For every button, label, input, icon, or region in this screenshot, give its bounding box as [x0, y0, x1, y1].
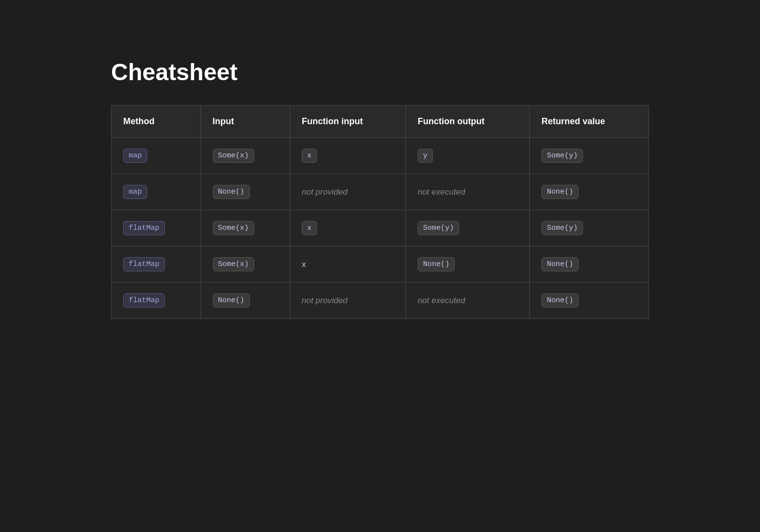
input-badge: None(): [213, 185, 250, 199]
returned-badge: None(): [541, 257, 579, 271]
cell-input: Some(x): [201, 210, 290, 246]
cell-function-output: None(): [405, 246, 529, 283]
method-badge: flatMap: [123, 257, 165, 271]
table-row: map Some(x) x y Some(y): [112, 138, 649, 174]
cell-function-output: Some(y): [405, 210, 529, 246]
cell-function-input: x: [290, 210, 406, 246]
page-title: Cheatsheet: [111, 59, 649, 86]
col-returned-value: Returned value: [530, 106, 649, 138]
input-badge: Some(x): [213, 221, 254, 235]
func-output-badge: y: [418, 149, 433, 163]
func-output-text: not executed: [418, 187, 465, 197]
cell-returned-value: None(): [530, 283, 649, 319]
returned-badge: None(): [541, 293, 579, 308]
func-input-badge: x: [302, 149, 317, 163]
returned-badge: Some(y): [541, 149, 583, 163]
table-header: Method Input Function input Function out…: [112, 106, 649, 138]
cell-function-output: not executed: [405, 174, 529, 210]
func-output-badge: Some(y): [418, 221, 459, 235]
page-container: Cheatsheet Method Input Function input F…: [111, 0, 649, 358]
cell-function-output: not executed: [405, 283, 529, 319]
func-input-badge: x: [302, 221, 317, 235]
table-row: flatMap Some(x) x Some(y) Some(y): [112, 210, 649, 246]
cell-input: Some(x): [201, 246, 290, 283]
cell-returned-value: Some(y): [530, 210, 649, 246]
cell-function-output: y: [405, 138, 529, 174]
cell-method: flatMap: [112, 283, 201, 319]
col-function-input: Function input: [290, 106, 406, 138]
input-badge: Some(x): [213, 257, 254, 271]
table-row: map None() not provided not executed Non…: [112, 174, 649, 210]
header-row: Method Input Function input Function out…: [112, 106, 649, 138]
cell-returned-value: Some(y): [530, 138, 649, 174]
func-input-text: not provided: [302, 296, 348, 305]
cell-input: None(): [201, 174, 290, 210]
cell-returned-value: None(): [530, 174, 649, 210]
cell-returned-value: None(): [530, 246, 649, 283]
returned-badge: None(): [541, 185, 579, 199]
input-badge: None(): [213, 293, 250, 308]
cell-input: Some(x): [201, 138, 290, 174]
method-badge: flatMap: [123, 221, 165, 235]
col-method: Method: [112, 106, 201, 138]
func-output-badge: None(): [418, 257, 455, 271]
cheatsheet-table: Method Input Function input Function out…: [111, 105, 649, 319]
table-row: flatMap Some(x) x None() None(): [112, 246, 649, 283]
cell-method: map: [112, 174, 201, 210]
cell-function-input: x: [290, 138, 406, 174]
func-input-text: not provided: [302, 187, 348, 197]
col-input: Input: [201, 106, 290, 138]
cell-method: flatMap: [112, 246, 201, 283]
table-row: flatMap None() not provided not executed…: [112, 283, 649, 319]
col-function-output: Function output: [405, 106, 529, 138]
method-badge: map: [123, 185, 147, 199]
func-output-text: not executed: [418, 296, 465, 305]
method-badge: flatMap: [123, 293, 165, 308]
cell-function-input: x: [290, 246, 406, 283]
cell-function-input: not provided: [290, 174, 406, 210]
cell-input: None(): [201, 283, 290, 319]
input-badge: Some(x): [213, 149, 254, 163]
func-input-text: x: [302, 260, 306, 269]
cell-method: map: [112, 138, 201, 174]
cell-function-input: not provided: [290, 283, 406, 319]
method-badge: map: [123, 149, 147, 163]
cell-method: flatMap: [112, 210, 201, 246]
returned-badge: Some(y): [541, 221, 583, 235]
table-body: map Some(x) x y Some(y) map: [112, 138, 649, 319]
